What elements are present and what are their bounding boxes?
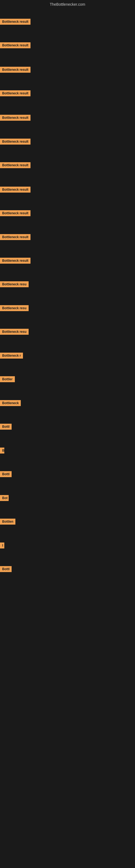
bottleneck-item: Bottleneck resu xyxy=(0,329,29,336)
bottleneck-badge: Bottleneck result xyxy=(0,210,31,216)
bottleneck-badge: Bottleneck result xyxy=(0,162,31,168)
bottleneck-item: Bottleneck result xyxy=(0,187,31,194)
bottleneck-badge: Bottleneck result xyxy=(0,138,31,145)
bottleneck-badge: Bottl xyxy=(0,471,12,477)
bottleneck-item: Bottler xyxy=(0,376,15,383)
bottleneck-item: Bottl xyxy=(0,566,12,573)
bottleneck-item: Bottlen xyxy=(0,519,15,526)
bottleneck-item: Bottl xyxy=(0,424,12,431)
bottleneck-badge: Bottleneck result xyxy=(0,67,31,73)
bottleneck-badge: Bottleneck result xyxy=(0,115,31,121)
bottleneck-badge: Bottl xyxy=(0,424,12,430)
bottleneck-item: Bot xyxy=(0,495,9,502)
bottleneck-item: I xyxy=(0,542,4,550)
bottleneck-badge: Bottl xyxy=(0,566,12,572)
bottleneck-badge: Bottlen xyxy=(0,519,15,525)
bottleneck-badge: Bottleneck result xyxy=(0,42,31,48)
bottleneck-item: Bottl xyxy=(0,471,12,478)
bottleneck-badge: I xyxy=(0,542,4,549)
bottleneck-badge: Bottleneck xyxy=(0,400,21,406)
bottleneck-badge: Bottler xyxy=(0,376,15,382)
bottleneck-item: Bottleneck xyxy=(0,400,21,407)
bottleneck-item: Bottleneck result xyxy=(0,258,31,265)
bottleneck-badge: Bottleneck resu xyxy=(0,305,29,311)
bottleneck-item: Bottleneck result xyxy=(0,19,31,26)
bottleneck-item: Bottleneck result xyxy=(0,67,31,74)
bottleneck-badge: Bottleneck result xyxy=(0,90,31,96)
bottleneck-item: Bottleneck resu xyxy=(0,305,29,312)
bottleneck-item: Bottleneck result xyxy=(0,42,31,50)
bottleneck-badge: Bottleneck result xyxy=(0,19,31,25)
bottleneck-item: B xyxy=(0,447,4,455)
bottleneck-badge: B xyxy=(0,447,4,454)
bottleneck-item: Bottleneck result xyxy=(0,115,31,122)
bottleneck-badge: Bottleneck result xyxy=(0,234,31,240)
bottleneck-item: Bottleneck r xyxy=(0,352,23,360)
bottleneck-badge: Bottleneck r xyxy=(0,352,23,359)
bottleneck-badge: Bottleneck resu xyxy=(0,281,29,287)
site-title: TheBottlenecker.com xyxy=(0,0,135,9)
bottleneck-badge: Bottleneck result xyxy=(0,258,31,264)
bottleneck-item: Bottleneck result xyxy=(0,210,31,217)
bottleneck-badge: Bot xyxy=(0,495,9,501)
bottleneck-item: Bottleneck result xyxy=(0,90,31,97)
bottleneck-badge: Bottleneck resu xyxy=(0,329,29,335)
bottleneck-item: Bottleneck result xyxy=(0,138,31,146)
bottleneck-item: Bottleneck result xyxy=(0,234,31,241)
bottleneck-item: Bottleneck resu xyxy=(0,281,29,288)
bottleneck-item: Bottleneck result xyxy=(0,162,31,169)
bottleneck-badge: Bottleneck result xyxy=(0,187,31,193)
